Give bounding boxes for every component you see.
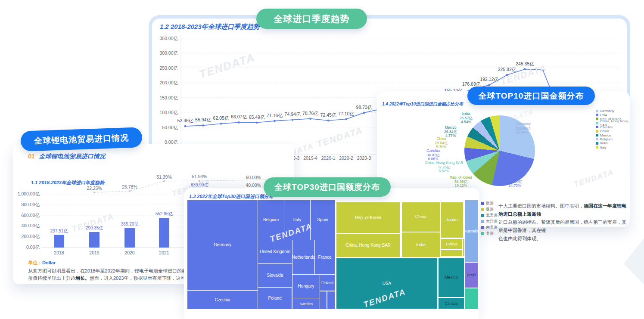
growth-point[interactable] bbox=[129, 190, 131, 192]
treemap-cell-label: Slovakia21.08亿 bbox=[267, 273, 283, 278]
y-axis-tick: 600.00亿 bbox=[21, 213, 40, 218]
treemap-cell-belgium[interactable]: Belgium25.84亿 bbox=[258, 200, 284, 240]
legend-swatch-icon bbox=[596, 134, 598, 136]
data-point[interactable] bbox=[256, 121, 258, 124]
treemap-cell-italy[interactable]: Italy25.26亿 bbox=[284, 200, 310, 240]
legend-swatch-icon bbox=[596, 114, 598, 116]
legend-swatch-icon bbox=[481, 226, 484, 229]
treemap-cell-united-kingdom[interactable]: United Kingdom21.37亿 bbox=[258, 240, 292, 263]
treemap-cell-unlabeled[interactable] bbox=[320, 291, 327, 309]
x-axis-tick: 2020-2 bbox=[339, 155, 353, 161]
pie-paragraph-line2: 进口总额的副榜首。紧随其后的是韩国，稳占第三的宝座，其后是中国香港，其在锂 bbox=[498, 220, 626, 233]
data-point[interactable] bbox=[327, 120, 330, 122]
legend-swatch-icon bbox=[596, 146, 598, 149]
pie-slice-label-germany: Germany162.04亿28.80% bbox=[516, 122, 554, 135]
watermark: TENDATA bbox=[572, 167, 615, 189]
treemap-cell-india[interactable]: India25.57亿 bbox=[402, 232, 440, 257]
y-axis-tick: 100.00亿 bbox=[159, 110, 178, 115]
top30-treemap-panel: 1.3 2022年全球Top30进口国进口额分布 Germany162.04亿C… bbox=[184, 188, 479, 319]
treemap-cell-netherlands[interactable]: Netherlands20.13亿 bbox=[292, 240, 314, 274]
data-point-label: 78.76亿 bbox=[302, 111, 318, 116]
bar-2018[interactable] bbox=[54, 235, 64, 248]
treemap-cell-finland[interactable]: Finland6.42亿 bbox=[320, 275, 335, 291]
data-point[interactable] bbox=[363, 111, 365, 114]
data-point[interactable] bbox=[488, 84, 490, 86]
data-point[interactable] bbox=[274, 120, 276, 122]
treemap-cell-poland[interactable]: Poland20.16亿 bbox=[258, 288, 292, 309]
treemap-cell-t-rkiye[interactable]: Türkiye6.26亿 bbox=[441, 239, 462, 249]
treemap-cell-germany[interactable]: Germany162.04亿 bbox=[187, 200, 258, 290]
data-point[interactable] bbox=[184, 125, 187, 127]
treemap-cell-china[interactable]: China29.84亿 bbox=[402, 202, 440, 232]
treemap-cell-sweden[interactable]: Sweden7.96亿 bbox=[292, 298, 320, 309]
treemap-legend-item[interactable]: 南美洲 bbox=[481, 224, 498, 230]
data-point[interactable] bbox=[202, 124, 204, 127]
growth-point[interactable] bbox=[93, 192, 95, 193]
treemap-legend-item[interactable]: 大洋洲 bbox=[481, 218, 498, 224]
pie-legend-item[interactable]: Mexico bbox=[596, 133, 630, 137]
treemap-cell-china-hong-kong-sar[interactable]: China, Hong Kong SAR37.25亿 bbox=[336, 234, 400, 257]
legend-label: India bbox=[600, 141, 607, 145]
treemap-cell-canada[interactable]: Canada8.76亿 bbox=[439, 298, 464, 309]
treemap-cell-spain[interactable]: Spain24.39亿 bbox=[311, 200, 335, 240]
pie-slice-label-czechia: Czechia34.07亿6.06% bbox=[406, 149, 460, 161]
pie-legend-item[interactable]: Belgium bbox=[596, 137, 630, 141]
treemap-cell-czechia[interactable]: Czechia34.07亿 bbox=[187, 291, 258, 309]
growth-point[interactable] bbox=[163, 180, 165, 182]
legend-swatch-icon bbox=[481, 202, 484, 205]
treemap-cell-australia[interactable]: Australia21.34亿 bbox=[465, 200, 478, 262]
treemap-cell-hungary[interactable]: Hungary17.35亿 bbox=[292, 275, 320, 298]
legend-label: Germany bbox=[600, 109, 614, 113]
data-point[interactable] bbox=[524, 68, 526, 70]
pie-legend-item[interactable]: Germany bbox=[596, 109, 630, 113]
treemap-chart-title: 1.3 2022年全球Top30进口国进口额分布 bbox=[189, 193, 274, 200]
treemap-cell-usa[interactable]: USA138.99亿 bbox=[336, 258, 437, 309]
bar-2019[interactable] bbox=[89, 232, 100, 248]
data-point[interactable] bbox=[292, 119, 294, 121]
treemap-cell-label: Poland20.16亿 bbox=[268, 296, 281, 301]
y-axis-tick: 200.00亿 bbox=[21, 234, 40, 239]
treemap-legend-item[interactable]: 亚洲 bbox=[481, 206, 498, 212]
treemap-cell-unlabeled[interactable] bbox=[327, 291, 335, 309]
treemap-cell-label: France19.02亿 bbox=[318, 255, 331, 260]
bar-2020[interactable] bbox=[124, 228, 135, 248]
growth-label: 25.78% bbox=[122, 184, 137, 189]
data-point[interactable] bbox=[542, 69, 544, 71]
pie-legend-item[interactable]: India bbox=[596, 141, 630, 145]
pie-paragraph: 十大主要进口国的市场结构。图中表明，德国在这一年度锂电池进口总额上遥遥领 进口总… bbox=[498, 202, 628, 243]
data-point[interactable] bbox=[309, 118, 311, 120]
data-point-label: 245.35亿 bbox=[516, 61, 534, 66]
growth-label: 51.39% bbox=[156, 174, 172, 180]
data-point[interactable] bbox=[506, 74, 508, 76]
pie-legend-item[interactable]: Italy bbox=[596, 146, 630, 149]
y-axis-tick: 300.00亿 bbox=[159, 50, 178, 56]
data-point[interactable] bbox=[238, 121, 240, 124]
treemap-cell-rep-of-korea[interactable]: Rep. of Korea56.95亿 bbox=[336, 202, 400, 233]
treemap-cell-unlabeled[interactable] bbox=[463, 239, 464, 256]
growth-point[interactable] bbox=[199, 180, 200, 182]
treemap-legend-item[interactable]: 北美洲 bbox=[481, 212, 498, 218]
treemap-cell-brazil[interactable]: Brazil9.13亿 bbox=[465, 263, 478, 288]
treemap-cell-label: Canada8.76亿 bbox=[445, 301, 458, 306]
treemap-cell-unlabeled[interactable] bbox=[465, 288, 478, 309]
treemap-legend-item[interactable]: 欧洲 bbox=[481, 200, 498, 206]
pie-legend-item[interactable]: USA bbox=[596, 113, 630, 117]
treemap-cell-france[interactable]: France19.02亿 bbox=[315, 240, 335, 274]
treemap-cell-label: India25.57亿 bbox=[416, 242, 426, 248]
treemap-cell-unlabeled[interactable] bbox=[441, 250, 462, 256]
treemap-legend-item[interactable]: 非洲 bbox=[481, 230, 498, 236]
treemap-cell-japan[interactable]: Japan22.67亿 bbox=[441, 202, 463, 238]
legend-swatch-icon bbox=[596, 142, 598, 145]
data-point[interactable] bbox=[220, 123, 222, 125]
treemap-cell-mexico[interactable]: Mexico26.84亿 bbox=[439, 258, 464, 297]
y-axis-tick: 200.00亿 bbox=[159, 80, 178, 85]
legend-swatch-icon bbox=[596, 130, 598, 133]
treemap-cell-label: Germany162.04亿 bbox=[214, 242, 231, 248]
bar-2021[interactable] bbox=[159, 218, 169, 248]
pie-legend-item[interactable]: China bbox=[596, 129, 630, 133]
data-point-label: 225.82亿 bbox=[498, 67, 516, 72]
treemap-cell-label: USA138.99亿 bbox=[383, 281, 392, 286]
treemap-cell-slovakia[interactable]: Slovakia21.08亿 bbox=[258, 264, 292, 287]
pie-legend-item[interactable]: China, Hong Kong SAR bbox=[596, 121, 630, 125]
data-point[interactable] bbox=[345, 118, 347, 120]
